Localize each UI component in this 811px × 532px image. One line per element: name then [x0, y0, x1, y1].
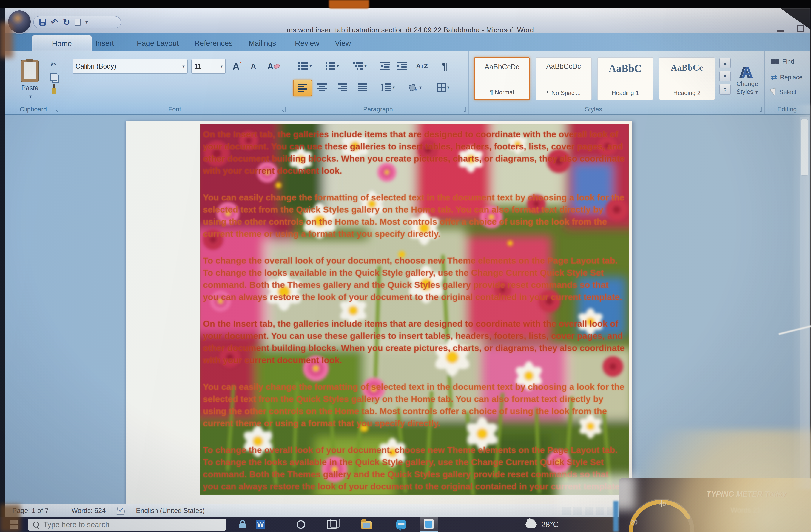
word-taskbar-app[interactable]: W	[251, 517, 270, 532]
restore-icon[interactable]	[797, 26, 804, 32]
style-heading-2[interactable]: AaBbCc Heading 2	[659, 57, 715, 100]
justify-icon	[358, 83, 367, 92]
tab-view[interactable]: View	[328, 35, 357, 51]
temperature-label: 28°C	[541, 520, 559, 529]
styles-more-icon[interactable]: ⇟	[719, 84, 731, 95]
show-paragraph-marks-button[interactable]: ¶	[435, 59, 455, 73]
justify-button[interactable]	[354, 80, 371, 95]
shrink-font-button[interactable]: A	[246, 59, 261, 74]
document-paragraph: On the Insert tab, the galleries include…	[203, 317, 626, 366]
chat-app-button[interactable]	[393, 517, 410, 532]
change-styles-button[interactable]: A Change Styles ▾	[731, 55, 763, 105]
document-page[interactable]: On the Insert tab, the galleries include…	[126, 121, 632, 504]
weather-widget[interactable]: 28°C	[525, 520, 559, 529]
style-no-spacing[interactable]: AaBbCcDc ¶ No Spaci...	[536, 57, 592, 100]
typing-meter-words: Words 21	[731, 506, 761, 514]
copy-icon	[50, 73, 57, 81]
document-text[interactable]: On the Insert tab, the galleries include…	[203, 128, 626, 492]
bullets-button[interactable]: ▾	[294, 59, 315, 73]
numbering-button[interactable]: ▾	[322, 59, 342, 73]
redo-icon[interactable]: ↻	[63, 18, 70, 27]
tab-mailings[interactable]: Mailings	[242, 35, 282, 51]
select-cursor-icon	[770, 88, 777, 96]
word-count[interactable]: Words: 624	[71, 507, 106, 515]
font-name-select[interactable]: Calibri (Body) ▾	[73, 59, 188, 74]
font-size-select[interactable]: 11 ▾	[192, 59, 226, 74]
format-painter-button[interactable]	[48, 86, 59, 96]
title-bar: ms word insert tab illustration section …	[5, 8, 810, 33]
vertical-scrollbar-thumb[interactable]	[801, 119, 808, 176]
gauge-upper-label: 40	[659, 501, 666, 507]
align-center-button[interactable]	[313, 80, 331, 95]
align-right-icon	[338, 83, 347, 92]
align-right-button[interactable]	[333, 80, 351, 95]
tab-references[interactable]: References	[188, 35, 239, 51]
copy-button[interactable]	[48, 72, 59, 82]
font-dialog-launcher[interactable]	[280, 107, 286, 112]
clear-formatting-button[interactable]: A	[264, 59, 283, 74]
group-styles: AaBbCcDc ¶ Normal AaBbCcDc ¶ No Spaci...…	[468, 51, 765, 114]
font-size-caret-icon: ▾	[220, 64, 223, 69]
styles-scroll-up-icon[interactable]: ▲	[719, 58, 731, 68]
task-view-button[interactable]	[323, 517, 341, 532]
shading-button[interactable]: ▾	[403, 80, 427, 95]
paragraph-dialog-launcher[interactable]	[460, 107, 466, 112]
align-left-button[interactable]	[293, 80, 312, 96]
styles-dialog-launcher[interactable]	[756, 107, 762, 112]
undo-icon[interactable]: ↶	[51, 18, 58, 27]
typing-meter-widget[interactable]: 40 20 TYPING METER Today Words 21	[618, 478, 811, 532]
borders-button[interactable]: ▾	[430, 80, 456, 95]
gauge-left-label: 20	[631, 519, 638, 526]
taskbar-search[interactable]	[28, 519, 226, 531]
paste-caret-icon: ▾	[29, 94, 32, 99]
monitor-screen: ms word insert tab illustration section …	[0, 0, 811, 532]
search-input[interactable]	[43, 520, 221, 529]
monitor-bezel-top	[0, 0, 811, 8]
minimize-icon[interactable]	[777, 30, 784, 32]
tab-home[interactable]: Home	[32, 35, 92, 51]
vertical-scrollbar[interactable]	[800, 116, 809, 498]
qat-customize-icon[interactable]: ▾	[86, 19, 88, 25]
line-spacing-icon	[381, 83, 392, 92]
style-heading-1[interactable]: AaBbC Heading 1	[597, 57, 653, 100]
tab-page-layout[interactable]: Page Layout	[131, 35, 185, 51]
cortana-button[interactable]	[292, 517, 310, 532]
cut-button[interactable]: ✂	[48, 59, 59, 69]
select-button[interactable]: Select	[771, 89, 796, 96]
document-paragraph: You can easily change the formatting of …	[203, 191, 626, 240]
document-icon[interactable]	[75, 19, 80, 26]
clipboard-dialog-launcher[interactable]	[53, 107, 59, 112]
group-editing: Find ⇄ Replace Select Editing	[764, 51, 810, 114]
blue-reflection	[613, 501, 618, 532]
tray-lock-app[interactable]	[233, 517, 251, 532]
grow-font-button[interactable]: A	[228, 59, 246, 74]
sort-button[interactable]: A↓Z	[412, 59, 432, 73]
multilevel-list-button[interactable]: ▾	[349, 59, 370, 73]
tab-review[interactable]: Review	[289, 35, 326, 51]
bullet-list-icon	[298, 61, 308, 71]
line-spacing-button[interactable]: ▾	[376, 80, 400, 95]
format-painter-icon	[52, 88, 56, 94]
language-indicator[interactable]: English (United States)	[136, 507, 205, 515]
style-normal[interactable]: AaBbCcDc ¶ Normal	[474, 57, 530, 100]
decrease-indent-icon	[380, 62, 389, 70]
find-button[interactable]: Find	[771, 58, 794, 65]
photos-icon	[424, 519, 434, 529]
styles-scroll-down-icon[interactable]: ▼	[719, 71, 731, 81]
save-icon[interactable]	[39, 19, 46, 26]
align-left-icon	[298, 84, 307, 92]
photos-app-button[interactable]	[420, 517, 438, 532]
increase-indent-button[interactable]	[394, 59, 410, 73]
paste-button[interactable]: Paste ▾	[13, 56, 47, 103]
paste-icon	[21, 60, 39, 82]
task-view-icon	[327, 520, 337, 529]
pilcrow-icon: ¶	[442, 60, 447, 72]
replace-button[interactable]: ⇄ Replace	[771, 73, 802, 81]
decrease-indent-button[interactable]	[377, 59, 393, 73]
tab-insert[interactable]: Insert	[89, 35, 120, 51]
quick-access-toolbar: ↶ ↻ ▾	[33, 16, 121, 28]
word-icon: W	[256, 520, 265, 529]
spellcheck-icon[interactable]	[117, 506, 125, 515]
file-explorer-button[interactable]	[358, 517, 376, 532]
lock-icon	[239, 523, 246, 528]
